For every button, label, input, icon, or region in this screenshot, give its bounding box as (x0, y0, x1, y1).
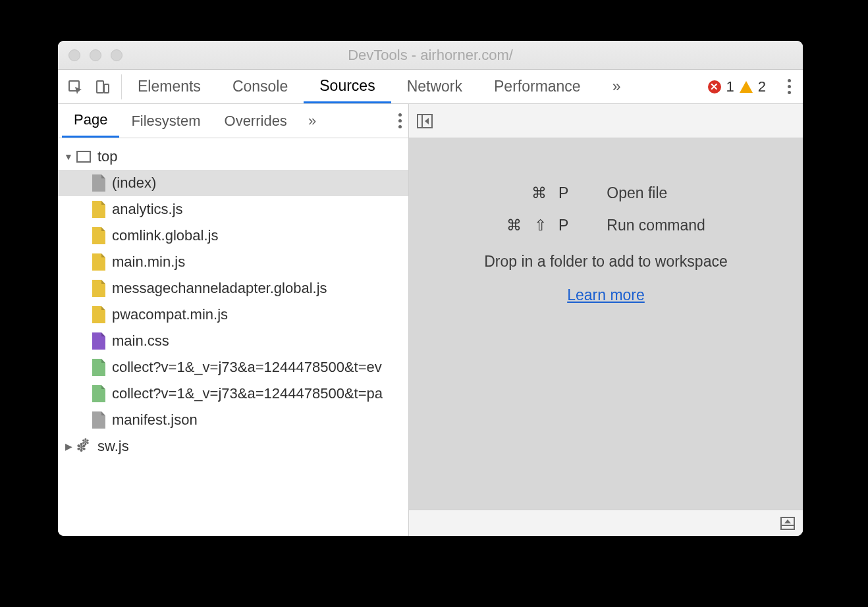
error-icon[interactable]: ✕ (708, 80, 721, 93)
disclosure-triangle-icon[interactable]: ▼ (63, 151, 74, 162)
file-tree: ▼ top (index)analytics.jscomlink.global.… (58, 138, 408, 536)
tab-sources[interactable]: Sources (304, 70, 391, 103)
tree-label: top (97, 148, 118, 165)
tree-item-file[interactable]: manifest.json (58, 407, 408, 433)
tree-item-file[interactable]: main.css (58, 328, 408, 354)
devtools-window: DevTools - airhorner.com/ Elements Conso… (58, 41, 803, 536)
tree-label: pwacompat.min.js (112, 306, 228, 323)
window-title: DevTools - airhorner.com/ (58, 47, 803, 64)
editor-toolbar (409, 104, 803, 138)
main-tab-bar: Elements Console Sources Network Perform… (58, 70, 803, 104)
tree-item-file[interactable]: collect?v=1&_v=j73&a=1244478500&t=pa (58, 381, 408, 407)
file-icon (92, 201, 105, 218)
file-icon (92, 359, 105, 376)
tree-item-file[interactable]: main.min.js (58, 249, 408, 275)
tree-item-file[interactable]: comlink.global.js (58, 223, 408, 249)
subtabs-overflow-icon[interactable]: » (299, 113, 325, 130)
disclosure-triangle-icon[interactable]: ▶ (63, 441, 74, 452)
minimize-window-icon[interactable] (90, 49, 101, 61)
shortcut-label: Open file (607, 184, 705, 202)
toggle-drawer-icon[interactable] (780, 517, 795, 530)
tree-item-file[interactable]: analytics.js (58, 196, 408, 223)
error-count[interactable]: 1 (726, 78, 734, 95)
editor-footer (409, 510, 803, 536)
tree-item-file[interactable]: messagechanneladapter.global.js (58, 275, 408, 302)
svg-rect-1 (97, 81, 103, 93)
tree-label: sw.js (97, 438, 129, 455)
file-icon (92, 306, 105, 323)
inspect-element-icon[interactable] (67, 79, 83, 95)
editor-placeholder: ⌘ P Open file ⌘ ⇧ P Run command Drop in … (409, 138, 803, 510)
tree-item-service-worker[interactable]: ▶ sw.js (58, 433, 408, 460)
tree-item-top[interactable]: ▼ top (58, 144, 408, 170)
svg-rect-2 (104, 84, 109, 93)
shortcut-keys: ⌘ ⇧ P (506, 217, 572, 234)
navigator-tab-bar: Page Filesystem Overrides » (58, 104, 408, 138)
tree-label: (index) (112, 174, 156, 192)
tree-label: collect?v=1&_v=j73&a=1244478500&t=pa (112, 385, 383, 402)
subtab-overrides[interactable]: Overrides (213, 104, 299, 138)
shortcut-label: Run command (607, 217, 705, 234)
titlebar: DevTools - airhorner.com/ (58, 41, 803, 70)
tree-label: messagechanneladapter.global.js (112, 280, 327, 297)
tree-item-file[interactable]: (index) (58, 170, 408, 196)
file-icon (92, 385, 105, 402)
tree-label: collect?v=1&_v=j73&a=1244478500&t=ev (112, 359, 382, 376)
tab-network[interactable]: Network (391, 70, 478, 103)
workspace-drop-hint: Drop in a folder to add to workspace (484, 253, 727, 271)
tab-console[interactable]: Console (217, 70, 304, 103)
shortcut-keys: ⌘ P (506, 184, 572, 202)
file-icon (92, 332, 105, 350)
frame-icon (76, 151, 91, 163)
main-menu-icon[interactable] (778, 79, 800, 94)
learn-more-link[interactable]: Learn more (567, 286, 645, 304)
main-tabs-overflow-icon[interactable]: » (597, 70, 637, 103)
service-worker-icon (76, 439, 92, 454)
tree-label: comlink.global.js (112, 227, 218, 244)
file-icon (92, 411, 105, 429)
close-window-icon[interactable] (68, 49, 80, 61)
warning-count[interactable]: 2 (758, 78, 766, 95)
navigator-sidebar: Page Filesystem Overrides » ▼ top (index… (58, 104, 409, 536)
file-icon (92, 253, 105, 271)
tree-item-file[interactable]: pwacompat.min.js (58, 302, 408, 328)
tree-item-file[interactable]: collect?v=1&_v=j73&a=1244478500&t=ev (58, 354, 408, 381)
navigator-menu-icon[interactable] (398, 113, 402, 128)
file-icon (92, 174, 105, 192)
content-area: Page Filesystem Overrides » ▼ top (index… (58, 104, 803, 536)
tree-label: main.css (112, 332, 169, 350)
tree-label: manifest.json (112, 411, 198, 429)
status-area: ✕ 1 2 (708, 78, 803, 95)
tree-label: main.min.js (112, 253, 185, 271)
window-controls (68, 49, 122, 61)
subtab-filesystem[interactable]: Filesystem (119, 104, 212, 138)
zoom-window-icon[interactable] (111, 49, 122, 61)
device-toolbar-icon[interactable] (95, 79, 111, 95)
tree-label: analytics.js (112, 201, 183, 218)
file-icon (92, 227, 105, 244)
file-icon (92, 280, 105, 297)
subtab-page[interactable]: Page (62, 104, 119, 138)
warning-icon[interactable] (740, 81, 753, 93)
toggle-navigator-icon[interactable] (417, 114, 433, 128)
editor-panel: ⌘ P Open file ⌘ ⇧ P Run command Drop in … (409, 104, 803, 536)
tab-performance[interactable]: Performance (478, 70, 597, 103)
tab-elements[interactable]: Elements (122, 70, 217, 103)
